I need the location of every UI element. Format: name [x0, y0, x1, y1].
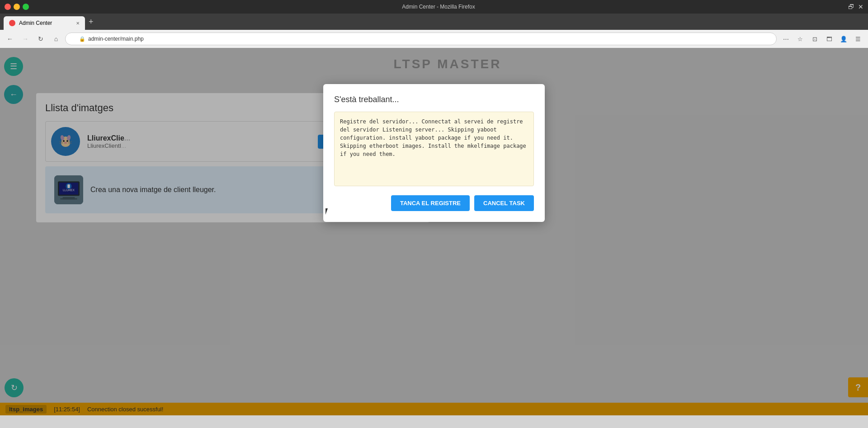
- log-area: Registre del servidor... Connectat al se…: [334, 112, 534, 186]
- new-tab-button[interactable]: +: [85, 17, 97, 27]
- restore-icon[interactable]: 🗗: [848, 3, 854, 10]
- minimize-window-button[interactable]: [14, 4, 20, 10]
- maximize-window-button[interactable]: [23, 4, 29, 10]
- menu-icon[interactable]: ☰: [852, 33, 864, 45]
- nav-right-controls: ⋯ ☆ ⊡ 🗔 👤 ☰: [779, 33, 864, 45]
- nav-bar: ← → ↻ ⌂ 🔒 admin-center/main.php ⋯ ☆ ⊡ 🗔 …: [0, 30, 868, 48]
- nav-home-button[interactable]: ⌂: [50, 33, 62, 45]
- address-text: admin-center/main.php: [88, 36, 144, 42]
- tab-bar: Admin Center ✕ +: [0, 14, 868, 30]
- account-icon[interactable]: 👤: [837, 33, 850, 45]
- window-title: Admin Center - Mozilla Firefox: [29, 4, 848, 10]
- bookmarks-icon[interactable]: ⋯: [779, 33, 792, 45]
- nav-forward-button[interactable]: →: [19, 33, 32, 45]
- close-window-button[interactable]: [5, 4, 11, 10]
- tab-close-button[interactable]: ✕: [76, 21, 80, 26]
- modal-title: S'està treballant...: [334, 95, 534, 104]
- reader-view-icon[interactable]: ⊡: [808, 33, 821, 45]
- window-right-controls[interactable]: 🗗 ✕: [848, 3, 863, 10]
- address-bar[interactable]: 🔒 admin-center/main.php: [65, 33, 777, 45]
- synced-tabs-icon[interactable]: 🗔: [823, 33, 835, 45]
- star-icon[interactable]: ☆: [794, 33, 807, 45]
- window-controls[interactable]: [5, 4, 29, 10]
- tab-label: Admin Center: [19, 20, 52, 26]
- cancel-task-button[interactable]: CANCEL TASK: [474, 195, 534, 211]
- title-bar: Admin Center - Mozilla Firefox 🗗 ✕: [0, 0, 868, 14]
- security-icon: 🔒: [79, 36, 85, 42]
- nav-back-button[interactable]: ←: [4, 33, 16, 45]
- modal-actions: TANCA EL REGISTRE CANCEL TASK: [334, 195, 534, 211]
- tab-favicon: [9, 20, 15, 26]
- close-log-button[interactable]: TANCA EL REGISTRE: [391, 195, 470, 211]
- modal-dialog: S'està treballant... Registre del servid…: [323, 84, 545, 222]
- nav-refresh-button[interactable]: ↻: [34, 33, 47, 45]
- close-icon[interactable]: ✕: [858, 3, 863, 10]
- modal-overlay: S'està treballant... Registre del servid…: [0, 48, 868, 415]
- browser-tab[interactable]: Admin Center ✕: [4, 16, 85, 30]
- page-content: ☰ ← LTSP MASTER Llista d'imatges: [0, 48, 868, 415]
